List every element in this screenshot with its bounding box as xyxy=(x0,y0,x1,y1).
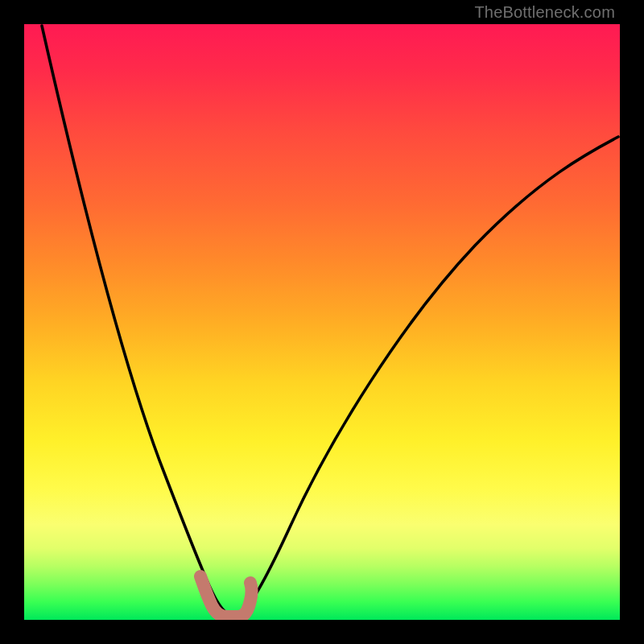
valley-marker xyxy=(200,576,252,617)
chart-frame xyxy=(24,24,620,620)
watermark-text: TheBottleneck.com xyxy=(474,3,615,22)
curve-left xyxy=(42,26,225,612)
chart-svg xyxy=(24,24,620,620)
curve-right xyxy=(243,137,618,612)
